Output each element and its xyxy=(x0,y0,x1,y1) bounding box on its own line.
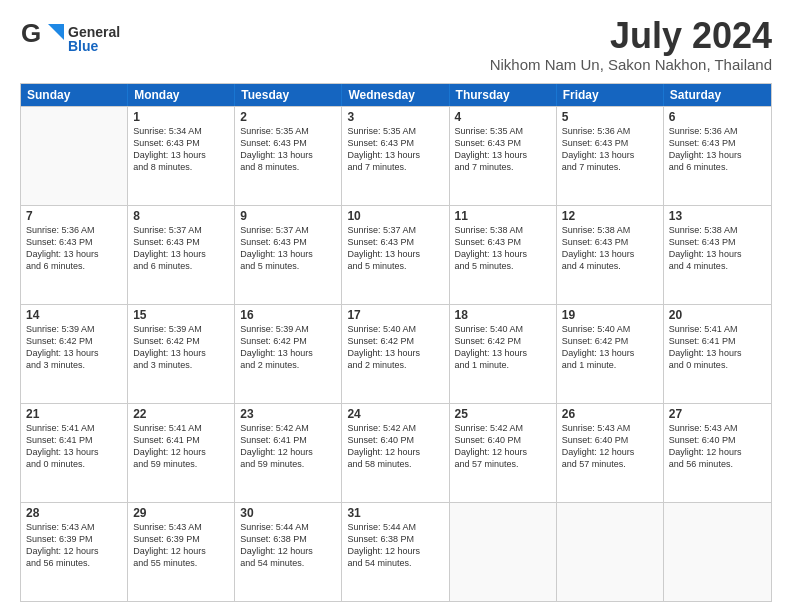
day-info: Sunrise: 5:44 AM xyxy=(347,521,443,533)
day-info: Daylight: 13 hours xyxy=(562,347,658,359)
calendar-day-5: 5Sunrise: 5:36 AMSunset: 6:43 PMDaylight… xyxy=(557,107,664,205)
day-info: Sunset: 6:43 PM xyxy=(562,236,658,248)
day-info: Sunrise: 5:36 AM xyxy=(669,125,766,137)
day-info: and 56 minutes. xyxy=(669,458,766,470)
day-info: and 57 minutes. xyxy=(455,458,551,470)
day-info: Sunrise: 5:35 AM xyxy=(347,125,443,137)
day-info: and 55 minutes. xyxy=(133,557,229,569)
day-info: and 2 minutes. xyxy=(347,359,443,371)
calendar-day-30: 30Sunrise: 5:44 AMSunset: 6:38 PMDayligh… xyxy=(235,503,342,601)
day-info: Sunset: 6:43 PM xyxy=(347,137,443,149)
day-info: and 6 minutes. xyxy=(669,161,766,173)
month-title: July 2024 xyxy=(490,16,772,56)
header-day-saturday: Saturday xyxy=(664,84,771,106)
day-info: and 58 minutes. xyxy=(347,458,443,470)
day-info: Daylight: 12 hours xyxy=(669,446,766,458)
day-number: 14 xyxy=(26,308,122,322)
day-info: and 4 minutes. xyxy=(562,260,658,272)
day-info: Daylight: 12 hours xyxy=(347,446,443,458)
day-info: and 8 minutes. xyxy=(133,161,229,173)
day-info: Daylight: 13 hours xyxy=(240,347,336,359)
day-info: Sunset: 6:42 PM xyxy=(347,335,443,347)
day-info: and 57 minutes. xyxy=(562,458,658,470)
header-day-thursday: Thursday xyxy=(450,84,557,106)
day-number: 15 xyxy=(133,308,229,322)
day-info: Sunset: 6:43 PM xyxy=(455,137,551,149)
day-number: 22 xyxy=(133,407,229,421)
logo-icon: G xyxy=(20,16,64,58)
svg-text:G: G xyxy=(21,18,41,48)
day-info: Sunrise: 5:36 AM xyxy=(562,125,658,137)
day-info: Sunset: 6:43 PM xyxy=(347,236,443,248)
day-number: 23 xyxy=(240,407,336,421)
day-info: and 54 minutes. xyxy=(240,557,336,569)
header-day-monday: Monday xyxy=(128,84,235,106)
day-number: 24 xyxy=(347,407,443,421)
day-number: 16 xyxy=(240,308,336,322)
day-info: Sunrise: 5:42 AM xyxy=(240,422,336,434)
day-info: Sunset: 6:43 PM xyxy=(562,137,658,149)
day-number: 25 xyxy=(455,407,551,421)
day-info: Daylight: 13 hours xyxy=(562,149,658,161)
day-info: Sunrise: 5:43 AM xyxy=(562,422,658,434)
day-info: Daylight: 13 hours xyxy=(347,347,443,359)
header-day-friday: Friday xyxy=(557,84,664,106)
day-info: Sunrise: 5:39 AM xyxy=(26,323,122,335)
day-info: and 0 minutes. xyxy=(26,458,122,470)
day-info: and 2 minutes. xyxy=(240,359,336,371)
calendar-empty-cell xyxy=(664,503,771,601)
svg-marker-1 xyxy=(48,24,64,40)
calendar-day-2: 2Sunrise: 5:35 AMSunset: 6:43 PMDaylight… xyxy=(235,107,342,205)
day-info: Daylight: 13 hours xyxy=(562,248,658,260)
day-info: and 7 minutes. xyxy=(455,161,551,173)
logo-name: General Blue xyxy=(68,25,120,53)
calendar-day-16: 16Sunrise: 5:39 AMSunset: 6:42 PMDayligh… xyxy=(235,305,342,403)
calendar-day-17: 17Sunrise: 5:40 AMSunset: 6:42 PMDayligh… xyxy=(342,305,449,403)
calendar-day-15: 15Sunrise: 5:39 AMSunset: 6:42 PMDayligh… xyxy=(128,305,235,403)
day-info: Daylight: 13 hours xyxy=(133,149,229,161)
day-info: Sunrise: 5:39 AM xyxy=(240,323,336,335)
calendar-day-24: 24Sunrise: 5:42 AMSunset: 6:40 PMDayligh… xyxy=(342,404,449,502)
day-info: Daylight: 12 hours xyxy=(133,545,229,557)
day-number: 6 xyxy=(669,110,766,124)
calendar-header: SundayMondayTuesdayWednesdayThursdayFrid… xyxy=(21,84,771,106)
calendar-day-26: 26Sunrise: 5:43 AMSunset: 6:40 PMDayligh… xyxy=(557,404,664,502)
calendar-day-19: 19Sunrise: 5:40 AMSunset: 6:42 PMDayligh… xyxy=(557,305,664,403)
logo-blue-text: Blue xyxy=(68,39,120,53)
day-info: Daylight: 13 hours xyxy=(26,446,122,458)
day-info: Sunset: 6:41 PM xyxy=(669,335,766,347)
location-title: Nikhom Nam Un, Sakon Nakhon, Thailand xyxy=(490,56,772,73)
day-number: 20 xyxy=(669,308,766,322)
calendar-day-28: 28Sunrise: 5:43 AMSunset: 6:39 PMDayligh… xyxy=(21,503,128,601)
day-info: and 5 minutes. xyxy=(240,260,336,272)
calendar-day-4: 4Sunrise: 5:35 AMSunset: 6:43 PMDaylight… xyxy=(450,107,557,205)
day-info: and 6 minutes. xyxy=(133,260,229,272)
logo-general-text: General xyxy=(68,25,120,39)
day-info: Sunrise: 5:38 AM xyxy=(455,224,551,236)
day-info: Sunrise: 5:37 AM xyxy=(133,224,229,236)
day-info: Sunrise: 5:38 AM xyxy=(669,224,766,236)
day-info: Daylight: 13 hours xyxy=(347,149,443,161)
calendar-row-3: 14Sunrise: 5:39 AMSunset: 6:42 PMDayligh… xyxy=(21,304,771,403)
day-info: Sunset: 6:43 PM xyxy=(240,236,336,248)
day-info: Sunset: 6:39 PM xyxy=(26,533,122,545)
day-info: Sunrise: 5:38 AM xyxy=(562,224,658,236)
day-info: Sunrise: 5:43 AM xyxy=(669,422,766,434)
day-number: 26 xyxy=(562,407,658,421)
day-info: Sunrise: 5:41 AM xyxy=(26,422,122,434)
calendar-day-10: 10Sunrise: 5:37 AMSunset: 6:43 PMDayligh… xyxy=(342,206,449,304)
calendar-day-3: 3Sunrise: 5:35 AMSunset: 6:43 PMDaylight… xyxy=(342,107,449,205)
day-info: and 7 minutes. xyxy=(347,161,443,173)
day-info: Daylight: 13 hours xyxy=(133,347,229,359)
calendar-empty-cell xyxy=(450,503,557,601)
calendar-empty-cell xyxy=(21,107,128,205)
calendar-day-27: 27Sunrise: 5:43 AMSunset: 6:40 PMDayligh… xyxy=(664,404,771,502)
day-info: and 59 minutes. xyxy=(133,458,229,470)
day-info: Sunset: 6:38 PM xyxy=(347,533,443,545)
calendar-day-12: 12Sunrise: 5:38 AMSunset: 6:43 PMDayligh… xyxy=(557,206,664,304)
day-info: Sunset: 6:43 PM xyxy=(669,137,766,149)
day-info: Daylight: 13 hours xyxy=(133,248,229,260)
day-info: Sunrise: 5:44 AM xyxy=(240,521,336,533)
calendar-day-23: 23Sunrise: 5:42 AMSunset: 6:41 PMDayligh… xyxy=(235,404,342,502)
calendar-day-14: 14Sunrise: 5:39 AMSunset: 6:42 PMDayligh… xyxy=(21,305,128,403)
